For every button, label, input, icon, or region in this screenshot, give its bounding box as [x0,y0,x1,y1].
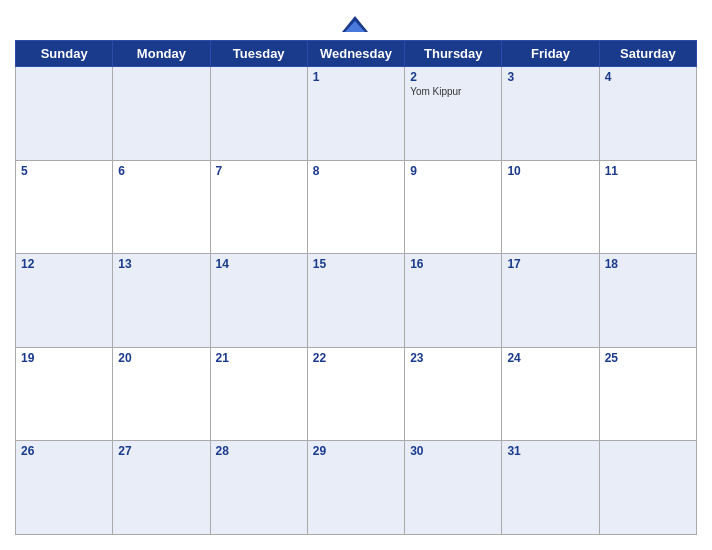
day-number: 26 [21,444,107,458]
calendar-cell: 28 [210,441,307,535]
day-number: 8 [313,164,399,178]
calendar-cell: 10 [502,160,599,254]
calendar-cell: 27 [113,441,210,535]
day-number: 6 [118,164,204,178]
weekday-header-row: Sunday Monday Tuesday Wednesday Thursday… [16,41,697,67]
calendar-cell: 29 [307,441,404,535]
calendar-week-row: 12Yom Kippur34 [16,67,697,161]
calendar-cell: 31 [502,441,599,535]
calendar-week-row: 19202122232425 [16,347,697,441]
calendar-body: 12Yom Kippur3456789101112131415161718192… [16,67,697,535]
calendar-cell: 12 [16,254,113,348]
calendar-cell: 26 [16,441,113,535]
day-number: 7 [216,164,302,178]
day-number: 31 [507,444,593,458]
calendar-cell: 9 [405,160,502,254]
calendar-cell: 15 [307,254,404,348]
day-number: 17 [507,257,593,271]
calendar-cell: 14 [210,254,307,348]
calendar-cell: 18 [599,254,696,348]
day-number: 19 [21,351,107,365]
calendar-cell: 13 [113,254,210,348]
day-number: 15 [313,257,399,271]
day-number: 5 [21,164,107,178]
day-number: 23 [410,351,496,365]
day-number: 20 [118,351,204,365]
calendar-cell: 1 [307,67,404,161]
calendar-cell: 21 [210,347,307,441]
day-number: 25 [605,351,691,365]
day-number: 29 [313,444,399,458]
day-number: 16 [410,257,496,271]
calendar-cell: 23 [405,347,502,441]
calendar-cell: 11 [599,160,696,254]
day-number: 18 [605,257,691,271]
header-monday: Monday [113,41,210,67]
calendar-cell: 30 [405,441,502,535]
calendar-cell: 25 [599,347,696,441]
header-saturday: Saturday [599,41,696,67]
day-number: 22 [313,351,399,365]
calendar-cell: 7 [210,160,307,254]
day-number: 9 [410,164,496,178]
header-tuesday: Tuesday [210,41,307,67]
day-number: 4 [605,70,691,84]
calendar-cell [210,67,307,161]
calendar-cell: 3 [502,67,599,161]
calendar-cell: 4 [599,67,696,161]
logo-icon [340,14,370,36]
calendar-cell [113,67,210,161]
calendar-table: Sunday Monday Tuesday Wednesday Thursday… [15,40,697,535]
header-thursday: Thursday [405,41,502,67]
day-number: 21 [216,351,302,365]
day-number: 1 [313,70,399,84]
logo [340,14,373,36]
calendar-cell: 19 [16,347,113,441]
event-label: Yom Kippur [410,86,496,97]
day-number: 10 [507,164,593,178]
day-number: 3 [507,70,593,84]
day-number: 13 [118,257,204,271]
header-wednesday: Wednesday [307,41,404,67]
calendar-cell: 5 [16,160,113,254]
calendar-cell: 6 [113,160,210,254]
calendar-cell [16,67,113,161]
calendar-week-row: 567891011 [16,160,697,254]
day-number: 27 [118,444,204,458]
day-number: 12 [21,257,107,271]
day-number: 2 [410,70,496,84]
day-number: 14 [216,257,302,271]
calendar-week-row: 262728293031 [16,441,697,535]
calendar-cell: 20 [113,347,210,441]
calendar-header [15,14,697,36]
calendar-cell: 8 [307,160,404,254]
calendar-cell: 22 [307,347,404,441]
calendar-cell: 16 [405,254,502,348]
calendar-cell: 17 [502,254,599,348]
header-sunday: Sunday [16,41,113,67]
day-number: 24 [507,351,593,365]
header-friday: Friday [502,41,599,67]
calendar-cell [599,441,696,535]
day-number: 28 [216,444,302,458]
calendar-week-row: 12131415161718 [16,254,697,348]
calendar-cell: 24 [502,347,599,441]
day-number: 11 [605,164,691,178]
day-number: 30 [410,444,496,458]
calendar-cell: 2Yom Kippur [405,67,502,161]
